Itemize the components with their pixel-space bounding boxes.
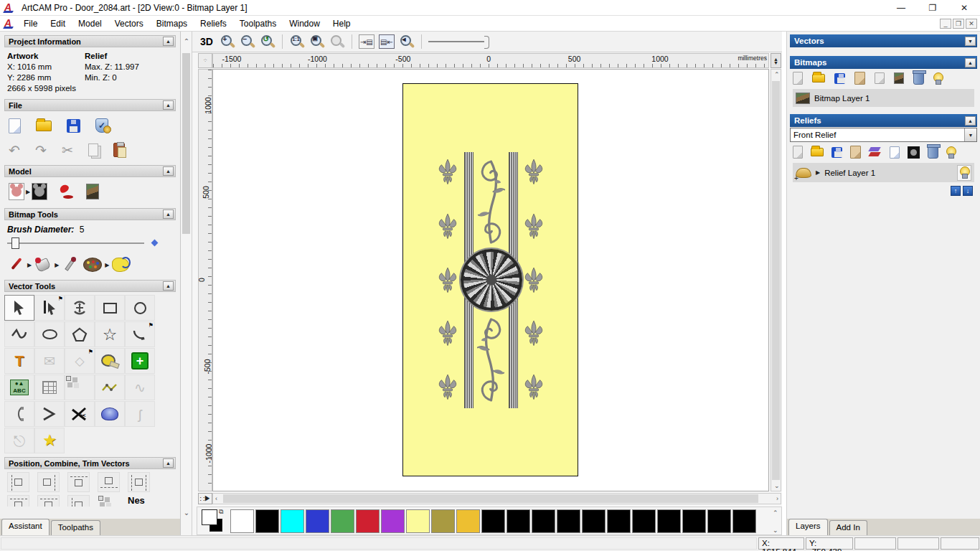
nesting-icon[interactable]: Nes <box>128 495 150 507</box>
flood-fill-icon[interactable] <box>34 257 52 273</box>
menu-edit[interactable]: Edit <box>44 17 72 31</box>
scroll-down-icon[interactable]: ⌄ <box>774 482 780 489</box>
view-fade-slider[interactable] <box>428 34 493 49</box>
vertical-scrollbar[interactable]: ⌃ ⌄ <box>771 69 781 491</box>
collapse-icon[interactable]: ▲ <box>163 166 174 176</box>
menu-bitmaps[interactable]: Bitmaps <box>150 17 194 31</box>
move-layer-up-button[interactable]: ↑ <box>951 186 961 196</box>
bitmap-tools-header[interactable]: Bitmap Tools ▲ <box>4 208 176 220</box>
zoom-to-fit-icon[interactable]: ▣ <box>309 34 325 50</box>
collapse-icon[interactable]: ▲ <box>163 100 174 110</box>
merge-relief-layers-icon[interactable] <box>869 146 882 158</box>
mdi-minimize-button[interactable]: _ <box>940 19 951 29</box>
palette-swatch[interactable] <box>682 509 706 533</box>
align-right-icon[interactable] <box>37 472 60 492</box>
align-center-icon[interactable] <box>67 495 90 507</box>
palette-swatch[interactable] <box>732 509 756 533</box>
scroll-up-icon[interactable]: ⌃ <box>773 509 778 517</box>
copy-icon[interactable] <box>88 143 98 156</box>
load-bitmap-icon[interactable] <box>86 184 99 199</box>
slider-track[interactable] <box>7 242 144 244</box>
envelope-distort-tool[interactable] <box>34 375 65 400</box>
arc-fit-tool[interactable] <box>4 401 34 427</box>
assistant-scrollbar[interactable]: ⌃ ⌄ <box>181 32 192 535</box>
free-form-tool[interactable]: ʃ <box>125 401 155 427</box>
bitmap-to-vector-icon[interactable] <box>894 72 904 84</box>
palette-swatch[interactable] <box>431 509 455 533</box>
open-model-icon[interactable] <box>36 121 52 131</box>
create-star-tool[interactable]: ☆ <box>95 321 125 347</box>
colour-picker-icon[interactable] <box>62 257 77 273</box>
menu-file[interactable]: File <box>17 17 44 31</box>
flyout-arrow-icon[interactable]: ▶ <box>27 262 32 268</box>
palette-swatch[interactable] <box>406 509 430 533</box>
move-layer-down-button[interactable]: ↓ <box>963 186 973 196</box>
palette-icon[interactable] <box>83 258 102 272</box>
model-section-header[interactable]: Model ▲ <box>4 165 176 177</box>
palette-swatch[interactable] <box>306 509 329 533</box>
flyout-arrow-icon[interactable]: ▶ <box>26 189 30 195</box>
minimize-button[interactable]: — <box>885 0 917 16</box>
new-model-icon[interactable] <box>9 118 21 133</box>
center-horizontal-icon[interactable] <box>128 472 150 492</box>
menu-toolpaths[interactable]: Toolpaths <box>233 17 283 31</box>
paint-tool-icon[interactable] <box>9 257 24 273</box>
toggle-all-reliefs-icon[interactable] <box>946 146 956 159</box>
toggle-bitmap-visibility-icon[interactable] <box>933 72 943 85</box>
ruler-toggle-button[interactable]: ⸬▶ <box>198 493 212 504</box>
door-artwork[interactable] <box>402 83 578 476</box>
palette-swatch[interactable] <box>481 509 505 533</box>
palette-swatch[interactable] <box>582 509 606 533</box>
create-polygon-tool[interactable] <box>65 321 95 347</box>
align-top-icon[interactable] <box>67 472 90 492</box>
scrollbar-thumb[interactable] <box>182 53 190 234</box>
node-editing-tool[interactable]: ⚑ <box>34 295 65 321</box>
fit-curve-tool[interactable]: ∿ <box>125 375 155 400</box>
scroll-up-icon[interactable]: ⌃ <box>774 71 780 78</box>
texture-bitmap-icon[interactable] <box>854 72 865 85</box>
palette-swatch[interactable] <box>707 509 731 533</box>
project-information-header[interactable]: Project Information ▲ <box>4 35 176 47</box>
expand-relief-layer-icon[interactable]: ▶ <box>816 169 820 176</box>
create-arc-tool[interactable]: ⚑ <box>125 321 155 347</box>
collapse-icon[interactable]: ▲ <box>163 37 174 46</box>
open-relief-layer-icon[interactable] <box>811 148 824 156</box>
delete-relief-layer-icon[interactable] <box>928 146 938 159</box>
reliefs-panel-header[interactable]: Reliefs ▲ <box>790 114 977 127</box>
palette-swatch[interactable] <box>230 509 254 533</box>
new-relief-layer-icon[interactable] <box>793 146 803 159</box>
swap-colours-icon[interactable]: ⧉ <box>219 508 223 516</box>
position-combine-header[interactable]: Position, Combine, Trim Vectors ▲ <box>4 457 176 469</box>
undo-icon[interactable]: ↶ <box>9 143 20 157</box>
palette-swatch[interactable] <box>607 509 631 533</box>
scroll-right-icon[interactable]: › <box>776 495 778 502</box>
create-ellipse-tool[interactable] <box>34 321 65 347</box>
file-section-header[interactable]: File ▲ <box>4 99 176 111</box>
scrollbar-thumb[interactable] <box>772 81 780 480</box>
switch-3d-view-button[interactable]: 3D <box>198 35 215 48</box>
measure-tool[interactable] <box>95 348 125 374</box>
scroll-down-icon[interactable]: ⌄ <box>181 509 192 517</box>
interactive-distort-tool[interactable] <box>95 401 125 427</box>
primary-secondary-colour[interactable]: ⧉ <box>202 509 226 534</box>
collapse-icon[interactable]: ▲ <box>965 116 976 126</box>
scroll-up-icon[interactable]: ⌃ <box>181 37 192 45</box>
tab-assistant[interactable]: Assistant <box>1 519 50 535</box>
vectors-panel-header[interactable]: Vectors ▼ <box>790 34 977 47</box>
align-left-icon[interactable] <box>7 472 29 492</box>
menu-reliefs[interactable]: Reliefs <box>194 17 233 31</box>
collapse-icon[interactable]: ▲ <box>163 209 174 219</box>
texture-paint-icon[interactable] <box>112 258 129 272</box>
create-text-tool[interactable]: T <box>4 348 34 374</box>
delete-bitmap-layer-icon[interactable] <box>913 72 924 85</box>
menu-window[interactable]: Window <box>283 17 326 31</box>
palette-swatch[interactable] <box>532 509 555 533</box>
brush-diameter-slider[interactable] <box>7 236 173 250</box>
cut-icon[interactable]: ✂ <box>62 143 73 157</box>
open-bitmap-layer-icon[interactable] <box>812 74 825 83</box>
ruler-units-dropdown-icon[interactable]: ▲▼ <box>771 53 781 68</box>
redo-icon[interactable]: ↷ <box>35 143 47 157</box>
align-center-icon[interactable] <box>7 495 29 507</box>
palette-scrollbar[interactable]: ⌃ ⌄ <box>770 507 780 536</box>
mdi-restore-button[interactable]: ❐ <box>953 19 964 29</box>
